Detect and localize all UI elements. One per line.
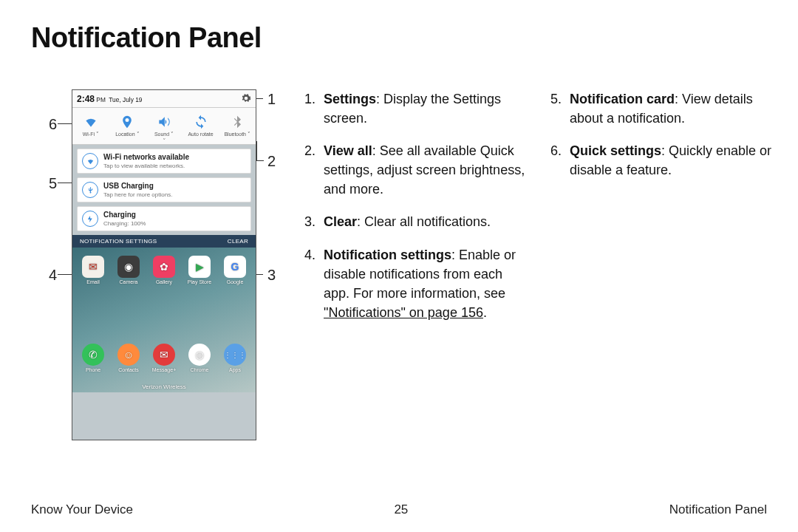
wifi-icon <box>82 153 98 169</box>
footer-page: 25 <box>394 502 408 517</box>
qs-wifi[interactable]: Wi-Fi ˅ <box>75 112 107 137</box>
legend-column-1: 1.Settings: Display the Settings screen.… <box>304 89 527 335</box>
callout-3: 3 <box>267 267 276 284</box>
app-google[interactable]: GGoogle <box>219 254 251 284</box>
app-message[interactable]: ✉Message+ <box>148 342 180 372</box>
callout-5: 5 <box>49 175 57 192</box>
status-time: 2:48 PM Tue, July 19 <box>77 94 142 104</box>
clear-button[interactable]: CLEAR <box>228 238 248 245</box>
home-screen: ✉Email ◉Camera ✿Gallery ▶Play Store GGoo… <box>72 248 256 392</box>
qs-location[interactable]: Location ˅ <box>111 112 143 137</box>
gear-icon[interactable] <box>241 93 251 105</box>
notif-card-charging[interactable]: ChargingCharging: 100% <box>77 206 251 231</box>
app-playstore[interactable]: ▶Play Store <box>183 254 216 284</box>
qs-bluetooth[interactable]: Bluetooth ˅ <box>221 112 253 137</box>
quick-settings-row: Wi-Fi ˅ Location ˅ Sound ˅ Auto rotate B… <box>72 108 256 139</box>
notification-settings-button[interactable]: NOTIFICATION SETTINGS <box>80 238 157 245</box>
qs-sound[interactable]: Sound ˅ <box>148 112 180 137</box>
leader-line <box>256 160 264 161</box>
page-title: Notification Panel <box>0 0 798 54</box>
qs-rotate[interactable]: Auto rotate <box>185 112 217 137</box>
app-chrome[interactable]: ◍Chrome <box>183 342 216 372</box>
xref-notifications[interactable]: "Notifications" on page 156 <box>324 305 483 320</box>
leader-line <box>256 141 257 160</box>
expand-chevron[interactable]: ˅ <box>72 139 256 145</box>
bolt-icon <box>82 211 98 227</box>
app-apps[interactable]: ⋮⋮⋮Apps <box>219 342 251 372</box>
footer-left: Know Your Device <box>31 502 133 517</box>
app-gallery[interactable]: ✿Gallery <box>148 254 180 284</box>
app-email[interactable]: ✉Email <box>77 254 109 284</box>
footer-right: Notification Panel <box>669 502 767 517</box>
legend-column-2: 5.Notification card: View details about … <box>550 89 773 335</box>
callout-6: 6 <box>49 116 57 133</box>
carrier-label: Verizon Wireless <box>72 383 256 390</box>
phone-mock: 2:48 PM Tue, July 19 Wi-Fi ˅ Location ˅ … <box>72 89 256 440</box>
app-phone[interactable]: ✆Phone <box>77 342 109 372</box>
callout-2: 2 <box>267 153 276 170</box>
notif-card-usb[interactable]: USB ChargingTap here for more options. <box>77 177 251 202</box>
callout-4: 4 <box>49 267 57 284</box>
usb-icon <box>82 182 98 198</box>
phone-annotated-figure: 1 2 3 4 5 6 2:48 PM Tue, July 19 Wi <box>31 89 275 335</box>
callout-1: 1 <box>267 91 276 108</box>
notif-card-wifi[interactable]: Wi-Fi networks availableTap to view avai… <box>77 149 251 174</box>
app-camera[interactable]: ◉Camera <box>112 254 145 284</box>
app-contacts[interactable]: ☺Contacts <box>112 342 145 372</box>
